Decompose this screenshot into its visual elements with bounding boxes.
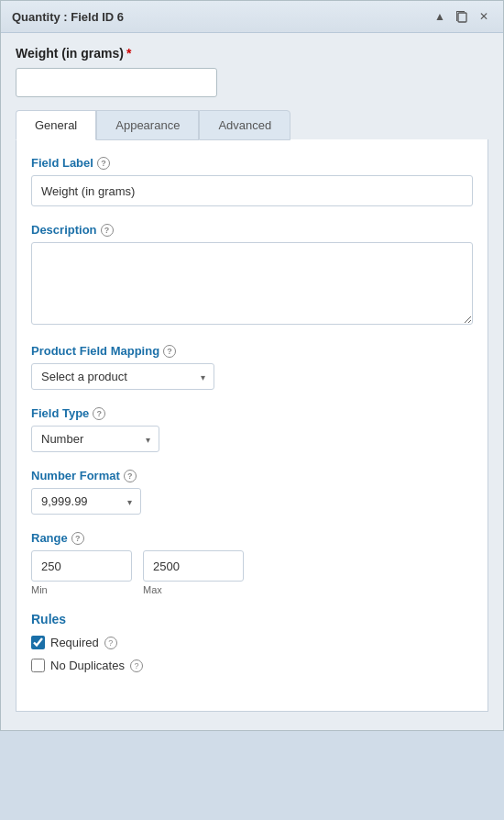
main-window: Quantity : Field ID 6 ▲ ✕ Weight (in gra… [0,0,504,731]
range-section: Range ? Min Max [31,531,473,595]
preview-input-box [16,68,217,97]
no-duplicates-label: No Duplicates [50,659,125,672]
copy-button[interactable] [454,8,470,25]
range-label: Range ? [31,531,473,545]
tab-general[interactable]: General [16,110,96,140]
number-format-select[interactable]: 9,999.99 9999.99 9.999,99 [31,488,141,515]
range-max-label: Max [143,584,244,595]
field-type-section: Field Type ? Number Text Decimal ▾ [31,406,473,452]
tab-panel-general: Field Label ? Description ? Product Fiel… [16,139,488,712]
close-button[interactable]: ✕ [476,8,492,25]
range-max-group: Max [143,550,244,595]
required-row: Required ? [31,636,473,649]
field-label-main: Weight (in grams)* [16,46,488,61]
number-format-wrapper: 9,999.99 9999.99 9.999,99 ▾ [31,488,141,515]
description-help-icon[interactable]: ? [101,224,114,237]
product-field-mapping-section: Product Field Mapping ? Select a product… [31,344,473,390]
tab-advanced[interactable]: Advanced [199,110,290,140]
no-duplicates-help-icon[interactable]: ? [130,659,143,672]
title-bar: Quantity : Field ID 6 ▲ ✕ [1,1,503,33]
field-label-help-icon[interactable]: ? [97,157,110,170]
description-textarea[interactable] [31,242,473,325]
rules-title: Rules [31,612,473,626]
range-inputs-row: Min Max [31,550,473,595]
range-min-input[interactable] [31,550,132,582]
product-field-mapping-select[interactable]: Select a product [31,363,214,390]
rules-section: Rules Required ? No Duplicates ? [31,612,473,672]
collapse-button[interactable]: ▲ [432,8,448,25]
number-format-help-icon[interactable]: ? [124,470,137,482]
required-label: Required [50,636,99,649]
product-field-mapping-help-icon[interactable]: ? [163,345,176,358]
field-label-label: Field Label ? [31,156,473,170]
field-type-label: Field Type ? [31,406,473,420]
number-format-section: Number Format ? 9,999.99 9999.99 9.999,9… [31,469,473,515]
window-title: Quantity : Field ID 6 [12,10,124,24]
range-max-input[interactable] [143,550,244,582]
description-label: Description ? [31,223,473,237]
no-duplicates-checkbox[interactable] [31,659,45,672]
range-help-icon[interactable]: ? [71,532,84,545]
no-duplicates-row: No Duplicates ? [31,659,473,672]
required-star: * [126,46,131,61]
product-field-mapping-wrapper: Select a product ▾ [31,363,214,390]
field-label-section: Field Label ? [31,156,473,206]
field-label-input[interactable] [31,175,473,206]
range-min-label: Min [31,584,132,595]
range-min-group: Min [31,550,132,595]
content-area: Weight (in grams)* General Appearance Ad… [1,33,503,730]
tab-appearance[interactable]: Appearance [96,110,199,140]
required-checkbox[interactable] [31,636,45,649]
required-help-icon[interactable]: ? [104,637,117,649]
field-type-select[interactable]: Number Text Decimal [31,426,159,452]
field-type-help-icon[interactable]: ? [93,407,105,420]
tab-bar: General Appearance Advanced [16,110,488,140]
product-field-mapping-label: Product Field Mapping ? [31,344,473,358]
number-format-label: Number Format ? [31,469,473,482]
svg-rect-0 [458,13,466,22]
field-type-wrapper: Number Text Decimal ▾ [31,426,159,452]
title-bar-controls: ▲ ✕ [432,8,492,25]
description-section: Description ? [31,223,473,327]
